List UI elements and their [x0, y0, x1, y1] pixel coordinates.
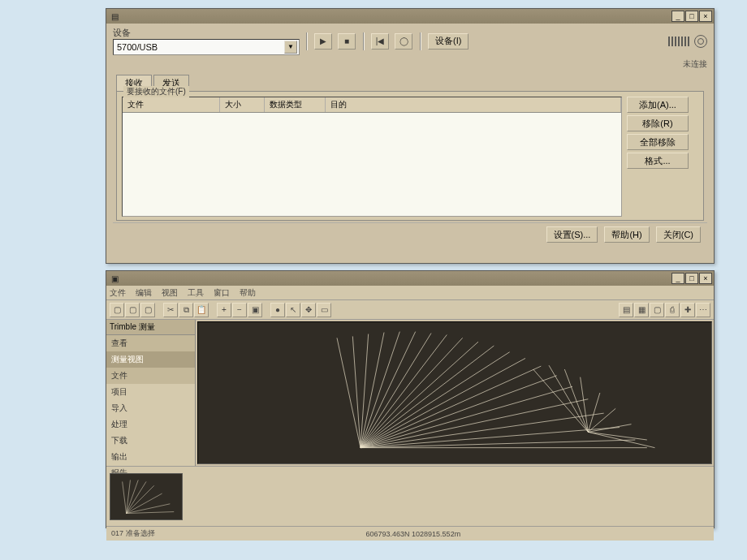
- help-button[interactable]: 帮助(H): [604, 226, 649, 243]
- data-transfer-window: ▤ _ □ × 设备 5700/USB ▼ ▶ ■ |◀ ◯ 设备(I): [106, 8, 715, 264]
- statusbar: 017 准备选择 606793.463N 1028915.552m: [106, 526, 714, 541]
- connection-status-label: 未连接: [113, 58, 707, 70]
- layout-icon[interactable]: ▤: [619, 303, 633, 317]
- device-value: 5700/USB: [117, 42, 158, 52]
- svg-line-19: [361, 440, 635, 448]
- titlebar: ▤ _ □ ×: [106, 9, 714, 24]
- thumbnail-strip: [106, 466, 714, 526]
- tgo-window: ▣ _ □ × 文件 编辑 视图 工具 窗口 帮助 ▢ ▢ ▢ ✂ ⧉ 📋 + …: [106, 270, 715, 528]
- format-button[interactable]: 格式...: [627, 153, 689, 169]
- select-icon[interactable]: ▭: [317, 303, 331, 317]
- sidebar-item-process[interactable]: 处理: [106, 416, 195, 433]
- sidebar-item-survey-view[interactable]: 测量视图: [106, 351, 195, 368]
- svg-line-16: [361, 399, 588, 448]
- minimize-button[interactable]: _: [671, 273, 684, 284]
- sidebar-item-project[interactable]: 项目: [106, 384, 195, 400]
- separator: [363, 32, 365, 50]
- title-icon: ▤: [108, 12, 671, 21]
- svg-line-37: [127, 511, 175, 513]
- save-icon[interactable]: ▢: [140, 303, 155, 317]
- zoom-in-icon[interactable]: +: [217, 303, 231, 317]
- separator: [306, 32, 308, 50]
- sidebar-item-export[interactable]: 输出: [106, 449, 195, 465]
- device-select[interactable]: 5700/USB ▼: [113, 39, 300, 55]
- zoom-out-icon[interactable]: −: [232, 303, 247, 317]
- new-icon[interactable]: ▢: [110, 303, 124, 317]
- menu-tools[interactable]: 工具: [188, 287, 204, 299]
- remove-all-button[interactable]: 全部移除: [627, 134, 689, 150]
- col-type[interactable]: 数据类型: [265, 97, 326, 112]
- minimize-button[interactable]: _: [671, 11, 684, 22]
- remove-button[interactable]: 移除(R): [627, 115, 689, 131]
- toolbar: ▢ ▢ ▢ ✂ ⧉ 📋 + − ▣ ● ↖ ✥ ▭ ▤ ▦ ▢ ⎙ ✚ ⋯: [106, 300, 714, 320]
- svg-line-33: [127, 481, 146, 513]
- settings-button[interactable]: 设置(S)...: [546, 226, 598, 243]
- add-button[interactable]: 添加(A)...: [627, 97, 689, 113]
- paste-icon[interactable]: 📋: [194, 303, 209, 317]
- separator: [420, 32, 421, 50]
- maximize-button[interactable]: □: [685, 11, 698, 22]
- files-groupbox: 要接收的文件(F) 文件 大小 数据类型 目的 添加(A)... 移除(R) 全…: [116, 91, 704, 221]
- menu-file[interactable]: 文件: [110, 287, 126, 299]
- sidebar-item-file[interactable]: 文件: [106, 368, 195, 384]
- svg-line-27: [588, 424, 631, 433]
- open-icon[interactable]: ▢: [125, 303, 140, 317]
- pan-icon[interactable]: ✥: [301, 303, 316, 317]
- tool-icon[interactable]: ✚: [680, 303, 695, 317]
- sidebar-item-download[interactable]: 下载: [106, 433, 195, 449]
- pointer-icon[interactable]: ↖: [286, 303, 300, 317]
- menu-help[interactable]: 帮助: [240, 287, 256, 299]
- col-size[interactable]: 大小: [220, 97, 265, 112]
- grid-icon[interactable]: ▦: [634, 303, 649, 317]
- baselines-graphic: [198, 322, 711, 463]
- titlebar: ▣ _ □ ×: [106, 271, 714, 286]
- close-button[interactable]: ×: [699, 11, 712, 22]
- cut-icon[interactable]: ✂: [163, 303, 178, 317]
- svg-line-1: [352, 336, 361, 447]
- menu-window[interactable]: 窗口: [214, 287, 230, 299]
- svg-line-25: [588, 393, 600, 432]
- sidebar-item-import[interactable]: 导入: [106, 400, 195, 416]
- svg-line-14: [361, 376, 557, 448]
- app-icon: ▣: [108, 274, 671, 283]
- copy-icon[interactable]: ⧉: [179, 303, 193, 317]
- thumbnail[interactable]: [110, 473, 183, 520]
- circle-icon[interactable]: ◯: [395, 33, 412, 50]
- menu-view[interactable]: 视图: [162, 287, 178, 299]
- svg-line-30: [123, 481, 127, 513]
- list-header: 文件 大小 数据类型 目的: [123, 97, 621, 113]
- status-left: 017 准备选择: [111, 528, 155, 539]
- info-icon[interactable]: ●: [270, 303, 285, 317]
- col-file[interactable]: 文件: [123, 97, 220, 112]
- plug-icon: [668, 37, 691, 46]
- device-info-button[interactable]: 设备(I): [428, 33, 468, 50]
- menubar: 文件 编辑 视图 工具 窗口 帮助: [106, 286, 714, 300]
- stop-icon[interactable]: ■: [338, 33, 356, 50]
- connection-status-icons: [668, 35, 707, 48]
- svg-line-29: [588, 432, 654, 447]
- file-listview[interactable]: 文件 大小 数据类型 目的: [122, 97, 622, 217]
- close-dialog-button[interactable]: 关闭(C): [656, 226, 701, 243]
- groupbox-legend: 要接收的文件(F): [123, 86, 189, 97]
- zoom-fit-icon[interactable]: ▣: [248, 303, 262, 317]
- chevron-down-icon[interactable]: ▼: [284, 41, 297, 54]
- print-icon[interactable]: ⎙: [665, 303, 680, 317]
- svg-line-0: [337, 338, 361, 447]
- survey-viewport[interactable]: [197, 321, 712, 464]
- more-icon[interactable]: ⋯: [696, 303, 710, 317]
- maximize-button[interactable]: □: [685, 273, 698, 284]
- col-dest[interactable]: 目的: [326, 97, 621, 112]
- svg-line-7: [361, 334, 447, 447]
- play-icon[interactable]: ▶: [314, 33, 332, 50]
- svg-line-12: [361, 358, 525, 447]
- svg-line-2: [361, 334, 369, 448]
- rewind-icon[interactable]: |◀: [371, 33, 389, 50]
- device-label: 设备: [113, 27, 300, 39]
- menu-edit[interactable]: 编辑: [136, 287, 152, 299]
- window-icon[interactable]: ▢: [650, 303, 664, 317]
- svg-line-17: [361, 413, 604, 448]
- close-button[interactable]: ×: [699, 273, 712, 284]
- svg-line-8: [361, 338, 463, 447]
- sidebar-item-view[interactable]: 查看: [106, 335, 195, 351]
- svg-line-3: [361, 333, 384, 448]
